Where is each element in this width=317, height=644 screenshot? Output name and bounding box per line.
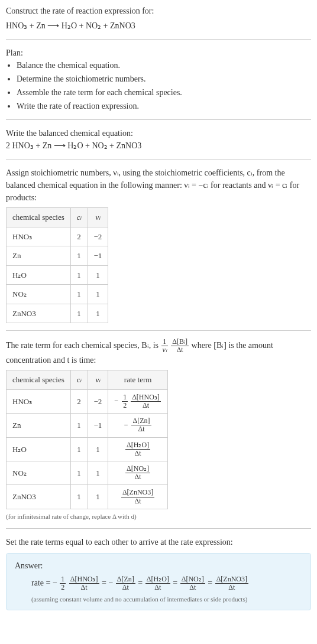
nui-cell: 1 (88, 285, 108, 304)
table-row: ZnNO3 1 1 Δ[ZnNO3] Δt (7, 485, 168, 509)
balanced-equation: 2 HNO₃ + Zn ⟶ H₂O + NO₂ + ZnNO3 (6, 139, 311, 152)
species-cell: HNO₃ (7, 227, 71, 246)
final-section: Set the rate terms equal to each other t… (6, 536, 311, 610)
col-species: chemical species (7, 370, 71, 390)
rate-term-section: The rate term for each chemical species,… (6, 338, 311, 521)
ci-cell: 1 (70, 285, 88, 304)
table-row: HNO₃ 2 −2 − 1 2 Δ[HNO₃] Δt (7, 389, 168, 413)
nui-cell: −1 (88, 246, 108, 266)
nui-cell: 1 (88, 304, 108, 323)
stoich-section: Assign stoichiometric numbers, νᵢ, using… (6, 167, 311, 323)
table-header-row: chemical species cᵢ νᵢ (7, 208, 108, 227)
fraction: Δ[Zn] Δt (116, 575, 135, 591)
species-cell: ZnNO3 (7, 304, 71, 323)
stoich-text: Assign stoichiometric numbers, νᵢ, using… (6, 167, 311, 204)
col-rate-term: rate term (108, 370, 168, 390)
species-cell: HNO₃ (7, 389, 71, 413)
fraction: Δ[ZnNO3] Δt (215, 575, 248, 591)
plan-section: Plan: Balance the chemical equation. Det… (6, 47, 311, 112)
fraction: 1 νᵢ (161, 338, 168, 354)
ci-cell: 1 (70, 414, 88, 437)
species-cell: NO₂ (7, 285, 71, 304)
fraction: Δ[Bᵢ] Δt (171, 338, 189, 354)
divider (6, 528, 311, 529)
ci-cell: 1 (70, 265, 88, 285)
table-row: NO₂ 1 1 Δ[NO₂] Δt (7, 461, 168, 485)
table-row: ZnNO3 1 1 (7, 304, 108, 323)
nui-cell: −2 (88, 389, 108, 413)
col-ci: cᵢ (70, 370, 88, 390)
infinitesimal-note: (for infinitesimal rate of change, repla… (6, 512, 311, 522)
nui-cell: 1 (88, 265, 108, 285)
final-heading: Set the rate terms equal to each other t… (6, 536, 311, 548)
rate-term-cell: − 1 2 Δ[HNO₃] Δt (108, 389, 168, 413)
species-cell: NO₂ (7, 461, 71, 485)
fraction: Δ[HNO₃] Δt (69, 575, 99, 591)
ci-cell: 1 (70, 304, 88, 323)
rate-term-cell: − Δ[Zn] Δt (108, 414, 168, 437)
fraction: Δ[H₂O] Δt (125, 441, 150, 457)
plan-item: Write the rate of reaction expression. (17, 100, 311, 112)
ci-cell: 2 (70, 227, 88, 246)
fraction: Δ[Zn] Δt (131, 417, 151, 433)
table-header-row: chemical species cᵢ νᵢ rate term (7, 370, 168, 390)
nui-cell: 1 (88, 437, 108, 461)
divider (6, 159, 311, 160)
intro-equation: HNO₃ + Zn ⟶ H₂O + NO₂ + ZnNO3 (6, 19, 311, 32)
fraction: 1 2 (60, 575, 66, 591)
balanced-heading: Write the balanced chemical equation: (6, 127, 311, 139)
rate-term-cell: Δ[NO₂] Δt (108, 461, 168, 485)
answer-note: (assuming constant volume and no accumul… (31, 594, 302, 604)
table-row: H₂O 1 1 Δ[H₂O] Δt (7, 437, 168, 461)
ci-cell: 1 (70, 485, 88, 509)
intro-section: Construct the rate of reaction expressio… (6, 5, 311, 32)
plan-item: Determine the stoichiometric numbers. (17, 73, 311, 85)
rate-term-cell: Δ[H₂O] Δt (108, 437, 168, 461)
divider (6, 39, 311, 40)
plan-heading: Plan: (6, 47, 311, 59)
ci-cell: 2 (70, 389, 88, 413)
table-row: Zn 1 −1 (7, 246, 108, 266)
col-ci: cᵢ (70, 208, 88, 227)
nui-cell: 1 (88, 461, 108, 485)
fraction: Δ[NO₂] Δt (180, 575, 205, 591)
stoich-table: chemical species cᵢ νᵢ HNO₃ 2 −2 Zn 1 −1… (6, 207, 108, 323)
nui-cell: 1 (88, 485, 108, 509)
col-nui: νᵢ (88, 370, 108, 390)
table-row: Zn 1 −1 − Δ[Zn] Δt (7, 414, 168, 437)
ci-cell: 1 (70, 437, 88, 461)
col-nui: νᵢ (88, 208, 108, 227)
answer-box: Answer: rate = − 1 2 Δ[HNO₃] Δt = − Δ[Zn… (6, 553, 311, 610)
ci-cell: 1 (70, 246, 88, 266)
col-species: chemical species (7, 208, 71, 227)
intro-text: Construct the rate of reaction expressio… (6, 5, 311, 17)
divider (6, 330, 311, 331)
fraction: Δ[NO₂] Δt (125, 465, 150, 481)
species-cell: H₂O (7, 437, 71, 461)
fraction: Δ[H₂O] Δt (145, 575, 170, 591)
fraction: 1 2 (122, 393, 128, 409)
plan-list: Balance the chemical equation. Determine… (6, 59, 311, 112)
rate-term-cell: Δ[ZnNO3] Δt (108, 485, 168, 509)
plan-item: Balance the chemical equation. (17, 59, 311, 71)
species-cell: Zn (7, 246, 71, 266)
answer-label: Answer: (15, 560, 302, 572)
rate-term-table: chemical species cᵢ νᵢ rate term HNO₃ 2 … (6, 370, 168, 509)
nui-cell: −2 (88, 227, 108, 246)
divider (6, 119, 311, 120)
species-cell: H₂O (7, 265, 71, 285)
table-row: H₂O 1 1 (7, 265, 108, 285)
nui-cell: −1 (88, 414, 108, 437)
fraction: Δ[ZnNO3] Δt (121, 489, 154, 505)
table-row: HNO₃ 2 −2 (7, 227, 108, 246)
plan-item: Assemble the rate term for each chemical… (17, 86, 311, 99)
table-row: NO₂ 1 1 (7, 285, 108, 304)
balanced-section: Write the balanced chemical equation: 2 … (6, 127, 311, 152)
rate-term-text: The rate term for each chemical species,… (6, 338, 311, 366)
species-cell: ZnNO3 (7, 485, 71, 509)
ci-cell: 1 (70, 461, 88, 485)
species-cell: Zn (7, 414, 71, 437)
answer-equation: rate = − 1 2 Δ[HNO₃] Δt = − Δ[Zn] Δt = Δ… (31, 575, 302, 591)
fraction: Δ[HNO₃] Δt (131, 393, 161, 409)
